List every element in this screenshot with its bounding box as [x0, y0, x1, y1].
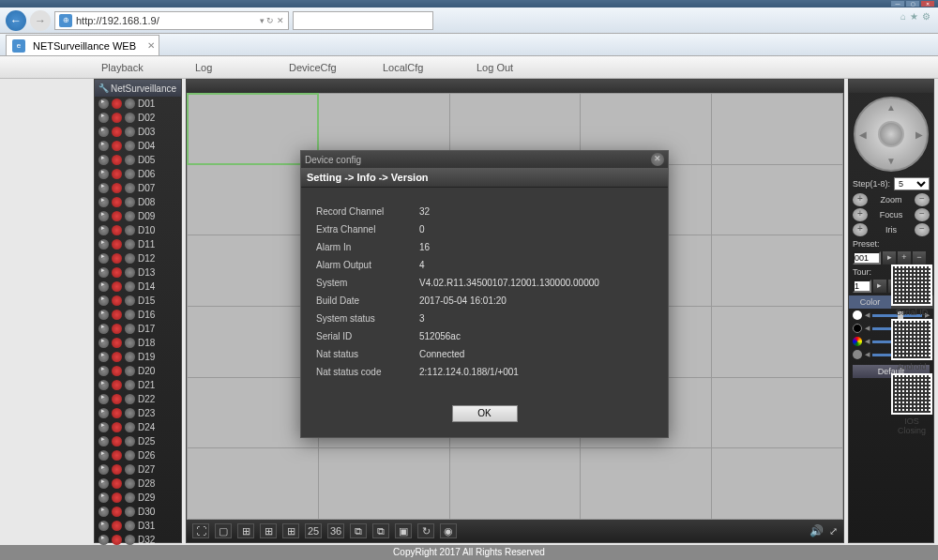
ptz-up-icon[interactable]: ▲ — [886, 102, 896, 113]
layout-button[interactable]: ◉ — [440, 523, 457, 538]
play-icon[interactable] — [98, 436, 109, 446]
play-icon[interactable] — [98, 422, 109, 432]
nav-log[interactable]: Log — [188, 62, 281, 73]
record-icon[interactable] — [112, 239, 122, 250]
record-icon[interactable] — [112, 436, 122, 446]
play-icon[interactable] — [98, 394, 109, 404]
home-icon[interactable]: ⌂ — [900, 11, 906, 22]
record-icon[interactable] — [112, 450, 122, 461]
layout-button[interactable]: ▢ — [215, 523, 232, 538]
play-icon[interactable] — [98, 197, 109, 207]
focus-out-button[interactable]: − — [915, 208, 930, 221]
record-icon[interactable] — [112, 113, 122, 123]
record-icon[interactable] — [112, 521, 122, 531]
video-cell[interactable] — [188, 94, 318, 164]
channel-row[interactable]: D14 — [95, 280, 181, 294]
record-icon[interactable] — [112, 492, 122, 503]
record-icon[interactable] — [112, 394, 122, 404]
play-icon[interactable] — [98, 281, 109, 292]
browser-tab[interactable]: e NETSurveillance WEB ✕ — [6, 35, 159, 55]
nav-playback[interactable]: Playback — [94, 62, 188, 73]
video-cell[interactable] — [712, 235, 842, 306]
modal-close-button[interactable]: ✕ — [651, 153, 664, 166]
layout-button[interactable]: ⛶ — [192, 523, 209, 538]
channel-row[interactable]: D31 — [95, 519, 181, 533]
record-icon[interactable] — [112, 338, 122, 348]
modal-titlebar[interactable]: Device config ✕ — [301, 151, 668, 168]
video-cell[interactable] — [712, 94, 842, 164]
play-icon[interactable] — [98, 338, 109, 348]
play-icon[interactable] — [98, 310, 109, 320]
record-icon[interactable] — [112, 253, 122, 264]
play-icon[interactable] — [98, 478, 109, 489]
video-cell[interactable] — [188, 235, 318, 306]
play-icon[interactable] — [98, 127, 109, 137]
ptz-right-icon[interactable]: ▶ — [915, 129, 923, 140]
grid-titlebar[interactable] — [187, 80, 843, 93]
play-icon[interactable] — [98, 521, 109, 531]
address-bar[interactable]: ⊕ http://192.168.1.9/ ▾ ↻ ✕ — [54, 11, 289, 30]
expand-icon[interactable]: ⤢ — [829, 525, 838, 537]
gear-icon[interactable]: ⚙ — [922, 11, 930, 22]
layout-button[interactable]: ⊞ — [260, 523, 277, 538]
channel-row[interactable]: D13 — [95, 265, 181, 280]
play-icon[interactable] — [98, 98, 109, 109]
record-icon[interactable] — [112, 422, 122, 432]
play-icon[interactable] — [98, 464, 109, 475]
video-cell[interactable] — [712, 165, 842, 235]
record-icon[interactable] — [112, 281, 122, 292]
channel-row[interactable]: D01 — [95, 97, 181, 111]
channel-row[interactable]: D23 — [95, 406, 181, 420]
video-cell[interactable] — [712, 448, 842, 519]
layout-button[interactable]: ⊞ — [237, 523, 254, 538]
nav-devicecfg[interactable]: DeviceCfg — [281, 62, 375, 73]
channel-row[interactable]: D22 — [95, 392, 181, 406]
channel-row[interactable]: D04 — [95, 139, 181, 153]
layout-button[interactable]: 36 — [327, 523, 344, 538]
record-icon[interactable] — [112, 380, 122, 390]
step-select[interactable]: 5 — [894, 177, 930, 190]
play-icon[interactable] — [98, 155, 109, 165]
video-cell[interactable] — [450, 448, 581, 519]
play-icon[interactable] — [98, 113, 109, 123]
channel-row[interactable]: D06 — [95, 167, 181, 181]
channel-row[interactable]: D24 — [95, 420, 181, 434]
color-tab[interactable]: Color — [849, 295, 891, 309]
play-icon[interactable] — [98, 267, 109, 278]
channel-row[interactable]: D19 — [95, 350, 181, 364]
preset-input[interactable] — [853, 251, 881, 265]
video-cell[interactable] — [188, 378, 318, 448]
play-icon[interactable] — [98, 141, 109, 151]
channel-row[interactable]: D03 — [95, 125, 181, 139]
record-icon[interactable] — [112, 169, 122, 179]
video-cell[interactable] — [188, 307, 318, 377]
channel-row[interactable]: D20 — [95, 364, 181, 378]
record-icon[interactable] — [112, 464, 122, 475]
layout-button[interactable]: ⧉ — [372, 523, 389, 538]
layout-button[interactable]: 25 — [305, 523, 322, 538]
channel-row[interactable]: D15 — [95, 294, 181, 308]
record-icon[interactable] — [112, 352, 122, 362]
record-icon[interactable] — [112, 155, 122, 165]
ptz-dpad[interactable]: ▲ ▼ ◀ ▶ — [854, 97, 929, 172]
layout-button[interactable]: ↻ — [417, 523, 434, 538]
play-icon[interactable] — [98, 450, 109, 461]
play-icon[interactable] — [98, 169, 109, 179]
channel-row[interactable]: D05 — [95, 153, 181, 167]
forward-button[interactable]: → — [30, 10, 51, 31]
channel-row[interactable]: D08 — [95, 195, 181, 209]
channel-row[interactable]: D25 — [95, 434, 181, 448]
record-icon[interactable] — [112, 183, 122, 193]
record-icon[interactable] — [112, 98, 122, 109]
channel-row[interactable]: D28 — [95, 477, 181, 491]
video-cell[interactable] — [712, 378, 842, 448]
record-icon[interactable] — [112, 225, 122, 235]
sidebar-header[interactable]: 🔧 NetSurveillance — [95, 80, 181, 97]
channel-row[interactable]: D16 — [95, 308, 181, 322]
search-box[interactable] — [293, 11, 433, 30]
play-icon[interactable] — [98, 295, 109, 306]
channel-row[interactable]: D18 — [95, 336, 181, 350]
play-icon[interactable] — [98, 225, 109, 235]
play-icon[interactable] — [98, 211, 109, 221]
tab-close-icon[interactable]: ✕ — [147, 40, 155, 51]
